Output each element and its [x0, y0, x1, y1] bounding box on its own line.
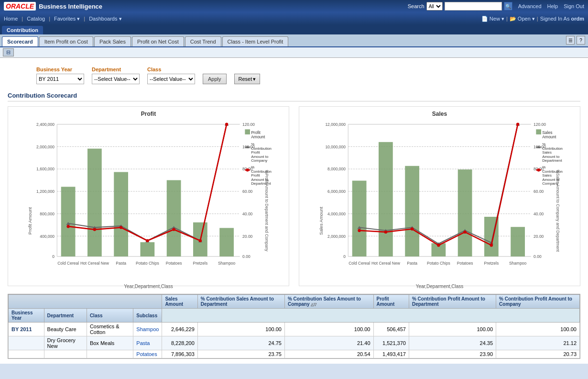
cell-pct-sales-dept-3: 23.75	[197, 350, 284, 358]
svg-text:120.00: 120.00	[242, 122, 255, 127]
profit-chart-title: Profit	[12, 111, 285, 117]
th-pct-sales-dept: % Contribution Sales Amount to Departmen…	[197, 295, 284, 309]
second-navbar: Home | Catalog | Favorites ▾ | Dashboard…	[0, 12, 588, 25]
svg-text:800,000: 800,000	[40, 212, 54, 216]
tab-list-icon[interactable]: ☰	[566, 36, 575, 45]
table-row: Potatoes 7,896,303 23.75 20.54 1,493,417…	[9, 350, 580, 358]
search-button[interactable]: 🔍	[504, 2, 512, 11]
tab-item-profit[interactable]: Item Profit on Cost	[39, 36, 93, 46]
profit-chart-area: 2,400,000 2,000,000 1,600,000 1,200,000 …	[12, 119, 285, 282]
tab-icons: ☰ ?	[566, 36, 585, 45]
svg-text:Potatoes: Potatoes	[166, 261, 182, 266]
svg-text:Sales: Sales	[542, 130, 552, 135]
svg-text:60.00: 60.00	[242, 189, 253, 194]
reset-button[interactable]: Reset ▾	[234, 74, 261, 84]
th-pct-sales-company: % Contribution Sales Amount to Company △…	[284, 295, 373, 309]
subclass-link-2[interactable]: Pasta	[136, 340, 150, 346]
signout-link[interactable]: Sign Out	[564, 3, 584, 9]
sales-red-2	[384, 231, 387, 234]
search-type-select[interactable]: All	[426, 2, 443, 11]
home-link[interactable]: Home	[4, 16, 18, 22]
cell-pct-sales-dept-1: 100.00	[197, 323, 284, 336]
th-sales-amount: Sales Amount	[162, 295, 197, 309]
svg-text:Hot Cereal New: Hot Cereal New	[80, 261, 109, 266]
nav-sep3: |	[84, 16, 85, 22]
dashboards-link[interactable]: Dashboards ▾	[89, 16, 121, 22]
tab-scorecard[interactable]: Scorecard	[2, 36, 38, 46]
cell-profit-2: 1,521,370	[373, 336, 409, 350]
tab-class-item[interactable]: Class - Item Level Profit	[222, 36, 289, 46]
svg-text:Hot Cereal New: Hot Cereal New	[371, 261, 401, 266]
svg-text:10,000,000: 10,000,000	[325, 145, 346, 149]
cell-pct-profit-co-3: 20.73	[496, 350, 580, 358]
profit-bar-1	[61, 187, 76, 256]
svg-text:Sales Amount: Sales Amount	[318, 207, 324, 235]
svg-text:2,400,000: 2,400,000	[36, 122, 54, 127]
subclass-link-3[interactable]: Potatoes	[136, 351, 157, 357]
cell-sales-1: 2,646,229	[162, 323, 197, 336]
subclass-link-1[interactable]: Shampoo	[136, 326, 159, 332]
username: ordm	[571, 16, 585, 22]
business-year-select[interactable]: BY 2011	[36, 74, 84, 84]
search-area: Search All 🔍	[408, 2, 512, 11]
apply-button[interactable]: Apply	[203, 74, 227, 84]
contribution-tab-row: Contribution	[0, 25, 588, 34]
profit-red-dot-1	[66, 225, 69, 228]
sales-bar-1	[352, 181, 367, 256]
profit-red-dot-2	[93, 228, 96, 231]
catalog-link[interactable]: Catalog	[27, 16, 45, 22]
svg-text:Cold Cereal: Cold Cereal	[348, 261, 370, 266]
svg-text:0: 0	[343, 254, 346, 259]
favorites-link[interactable]: Favorites ▾	[54, 16, 80, 22]
tab-profit-net[interactable]: Profit on Net Cost	[132, 36, 184, 46]
th-pct-profit-company: % Contribution Profit Amount to Company	[496, 295, 580, 309]
dashboard-inner-icon[interactable]: ⊟	[3, 48, 14, 56]
cell-pct-profit-co-2: 21.12	[496, 336, 580, 350]
tab-help-icon[interactable]: ?	[577, 36, 585, 45]
department-select[interactable]: --Select Value--	[92, 74, 140, 84]
sort-icon[interactable]: △▽	[311, 302, 316, 307]
svg-text:40.00: 40.00	[242, 212, 253, 216]
search-input[interactable]	[445, 2, 502, 11]
svg-text:Company: Company	[251, 158, 267, 163]
svg-text:Company: Company	[542, 181, 558, 186]
sales-red-3	[411, 227, 414, 230]
svg-text:2,000,000: 2,000,000	[36, 145, 54, 149]
class-select[interactable]: --Select Value--	[147, 74, 195, 84]
table-row: Dry Grocery New Box Meals Pasta 8,228,20…	[9, 336, 580, 350]
th-empty-group	[9, 295, 162, 309]
th-profit-amount: Profit Amount	[373, 295, 409, 309]
svg-text:40.00: 40.00	[534, 212, 544, 216]
cell-subclass-1: Shampoo	[133, 323, 162, 336]
data-table: Sales Amount % Contribution Sales Amount…	[8, 294, 580, 358]
cell-class-2: Box Meals	[87, 336, 133, 350]
tab-cost-trend[interactable]: Cost Trend	[185, 36, 221, 46]
svg-text:20.00: 20.00	[534, 234, 544, 239]
sales-chart-title: Sales	[303, 111, 576, 117]
svg-text:6,000,000: 6,000,000	[327, 189, 346, 194]
help-link[interactable]: Help	[547, 3, 558, 9]
cell-pct-profit-dept-2: 24.35	[409, 336, 496, 350]
profit-chart-svg: 2,400,000 2,000,000 1,600,000 1,200,000 …	[12, 119, 285, 282]
main-content: Business Year BY 2011 Department --Selec…	[0, 58, 588, 364]
signed-in-label: Signed In As ordm	[540, 16, 584, 22]
class-label: Class	[147, 67, 195, 72]
th-pct-profit-dept: % Contribution Profit Amount to Departme…	[409, 295, 496, 309]
cell-by-year-1: BY 2011	[9, 323, 44, 336]
cell-pct-profit-dept-3: 23.90	[409, 350, 496, 358]
new-link[interactable]: 📄 New ▾	[481, 16, 504, 22]
sales-bar-5	[458, 169, 472, 256]
second-nav-right: 📄 New ▾ | 📂 Open ▾ | Signed In As ordm	[481, 16, 584, 22]
tab-pack-sales[interactable]: Pack Sales	[94, 36, 131, 46]
sales-red-6	[490, 244, 493, 246]
sales-legend-bar	[536, 129, 541, 134]
cell-class-3	[87, 350, 133, 358]
th-subclass: Subclass	[133, 309, 162, 323]
open-link[interactable]: 📂 Open ▾	[510, 16, 535, 22]
profit-red-dot-7	[225, 123, 228, 125]
svg-text:2,000,000: 2,000,000	[327, 234, 346, 239]
business-year-filter: Business Year BY 2011	[36, 67, 84, 84]
contribution-tab[interactable]: Contribution	[2, 26, 43, 34]
advanced-link[interactable]: Advanced	[518, 3, 542, 9]
profit-red-dot-3	[120, 226, 122, 229]
